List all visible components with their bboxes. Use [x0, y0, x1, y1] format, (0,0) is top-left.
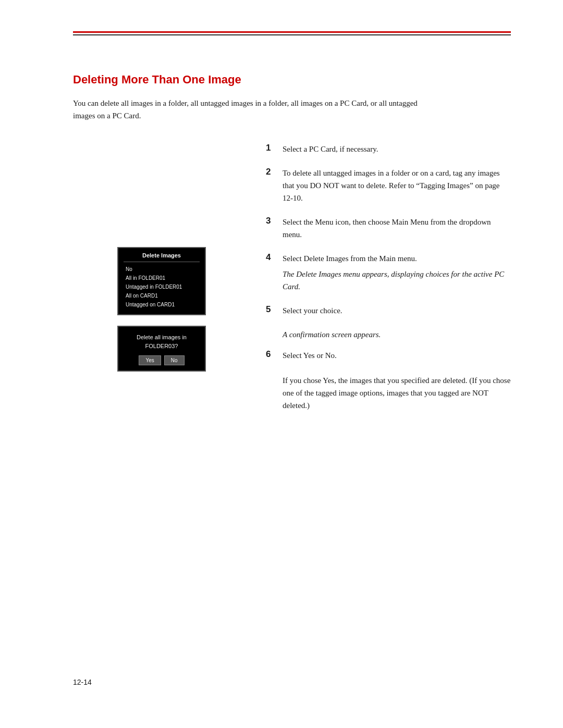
step-4-text: Select Delete Images from the Main menu.… — [283, 252, 511, 293]
black-line — [73, 34, 511, 35]
step-2-text: To delete all untagged images in a folde… — [283, 167, 511, 204]
menu-item-no: No — [124, 265, 200, 274]
delete-images-screenshot: Delete Images No All in FOLDER01 Untagge… — [117, 247, 206, 315]
intro-paragraph: You can delete all images in a folder, a… — [73, 97, 438, 122]
menu-item-all-folder01: All in FOLDER01 — [124, 274, 200, 282]
confirmation-screenshot: Delete all images in FOLDER03? Yes No — [117, 326, 206, 372]
step-5-number: 5 — [266, 304, 276, 315]
confirm-line1: Delete all images in — [137, 334, 187, 340]
step-2: 2 To delete all untagged images in a fol… — [266, 167, 511, 204]
page-footer: 12-14 — [73, 678, 92, 686]
menu-item-all-card1: All on CARD1 — [124, 291, 200, 300]
step-3-number: 3 — [266, 216, 276, 226]
step-2-number: 2 — [266, 167, 276, 177]
no-button: No — [164, 355, 185, 365]
screenshots-column: Delete Images No All in FOLDER01 Untagge… — [73, 143, 250, 372]
steps-column: 1 Select a PC Card, if necessary. 2 To d… — [250, 143, 511, 423]
top-decoration — [73, 31, 511, 35]
screenshot-menu-title: Delete Images — [124, 252, 200, 258]
step-6-text: Select Yes or No. If you chose Yes, the … — [283, 349, 511, 412]
main-content: Deleting More Than One Image You can del… — [73, 73, 511, 423]
step-1-text: Select a PC Card, if necessary. — [283, 143, 378, 155]
steps-layout: Delete Images No All in FOLDER01 Untagge… — [73, 143, 511, 423]
menu-item-untagged-card1: Untagged on CARD1 — [124, 300, 200, 309]
confirmation-note: A confirmation screen appears. — [283, 328, 511, 341]
step-6-number: 6 — [266, 349, 276, 360]
screenshot-divider — [124, 262, 200, 262]
confirm-buttons: Yes No — [124, 355, 200, 365]
step-1: 1 Select a PC Card, if necessary. — [266, 143, 511, 155]
step-4-number: 4 — [266, 252, 276, 263]
step-1-number: 1 — [266, 143, 276, 153]
step-6-main: Select Yes or No. — [283, 351, 337, 360]
step-5-text: Select your choice. — [283, 304, 342, 317]
step-3-text: Select the Menu icon, then choose Main M… — [283, 216, 511, 241]
step-3: 3 Select the Menu icon, then choose Main… — [266, 216, 511, 241]
menu-item-untagged-folder01: Untagged in FOLDER01 — [124, 282, 200, 291]
step-4-main: Select Delete Images from the Main menu. — [283, 254, 417, 263]
yes-button: Yes — [139, 355, 161, 365]
step-6: 6 Select Yes or No. If you chose Yes, th… — [266, 349, 511, 412]
confirm-text: Delete all images in FOLDER03? — [124, 333, 200, 350]
section-heading: Deleting More Than One Image — [73, 73, 511, 87]
page: Deleting More Than One Image You can del… — [0, 0, 563, 728]
step-5: 5 Select your choice. — [266, 304, 511, 317]
red-line — [73, 31, 511, 33]
page-number: 12-14 — [73, 678, 92, 686]
step-6-extra: If you chose Yes, the images that you sp… — [283, 376, 510, 410]
confirmation-note-text: A confirmation screen appears. — [283, 328, 511, 341]
step-4-italic: The Delete Images menu appears, displayi… — [283, 268, 511, 293]
confirm-line2: FOLDER03? — [145, 343, 178, 349]
step-4: 4 Select Delete Images from the Main men… — [266, 252, 511, 293]
